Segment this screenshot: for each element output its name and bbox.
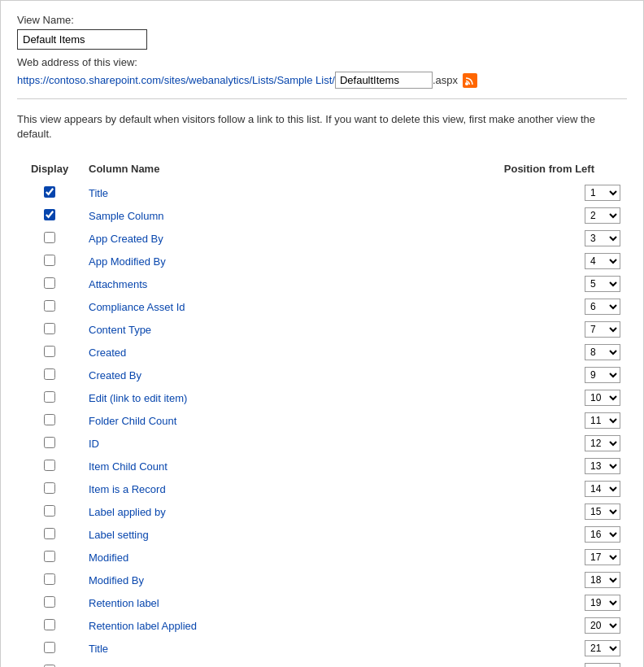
display-checkbox[interactable] [44,619,55,630]
position-cell: 123456789101112131415161718192021222324 [381,409,627,432]
display-cell [17,477,82,500]
display-checkbox[interactable] [44,528,55,539]
display-cell [17,569,82,591]
view-name-input[interactable] [17,29,147,50]
position-cell: 123456789101112131415161718192021222324 [381,500,627,523]
column-name-cell: Created [82,341,381,364]
display-checkbox[interactable] [44,186,55,198]
display-checkbox[interactable] [44,323,55,334]
display-checkbox[interactable] [44,505,55,517]
table-row: Modified12345678910111213141516171819202… [17,546,627,569]
position-cell: 123456789101112131415161718192021222324 [381,660,627,667]
display-checkbox[interactable] [44,460,55,471]
display-checkbox[interactable] [44,255,55,266]
position-cell: 123456789101112131415161718192021222324 [381,295,627,318]
display-checkbox[interactable] [44,346,55,357]
position-select[interactable]: 123456789101112131415161718192021222324 [585,390,620,406]
position-select[interactable]: 123456789101112131415161718192021222324 [585,617,620,634]
display-checkbox[interactable] [44,573,55,585]
header-display: Display [17,158,82,181]
position-select[interactable]: 123456789101112131415161718192021222324 [585,276,620,292]
view-name-label: View Name: [17,14,627,26]
display-checkbox[interactable] [44,551,55,562]
position-cell: 123456789101112131415161718192021222324 [381,546,627,569]
display-cell [17,250,82,272]
position-select[interactable]: 123456789101112131415161718192021222324 [585,253,620,269]
position-cell: 123456789101112131415161718192021222324 [381,591,627,614]
display-checkbox[interactable] [44,642,55,653]
column-name-cell: App Created By [82,227,381,250]
position-select[interactable]: 123456789101112131415161718192021222324 [585,344,620,360]
display-cell [17,409,82,432]
position-select[interactable]: 123456789101112131415161718192021222324 [585,321,620,338]
table-row: Title12345678910111213141516171819202122… [17,181,627,204]
display-cell [17,318,82,341]
position-select[interactable]: 123456789101112131415161718192021222324 [585,207,620,224]
position-select[interactable]: 123456789101112131415161718192021222324 [585,412,620,429]
position-select[interactable]: 123456789101112131415161718192021222324 [585,640,620,656]
position-select[interactable]: 123456789101112131415161718192021222324 [585,663,620,667]
column-name-cell: Retention label Applied [82,614,381,637]
position-cell: 123456789101112131415161718192021222324 [381,272,627,295]
table-row: Title (linked to item)123456789101112131… [17,660,627,667]
position-select[interactable]: 123456789101112131415161718192021222324 [585,367,620,383]
display-cell [17,272,82,295]
display-cell [17,295,82,318]
position-cell: 123456789101112131415161718192021222324 [381,181,627,204]
display-checkbox[interactable] [44,300,55,312]
table-row: Folder Child Count1234567891011121314151… [17,409,627,432]
display-checkbox[interactable] [44,232,55,243]
column-name-cell: Attachments [82,272,381,295]
table-row: Compliance Asset Id123456789101112131415… [17,295,627,318]
column-name-cell: Title [82,637,381,660]
position-cell: 123456789101112131415161718192021222324 [381,569,627,591]
position-cell: 123456789101112131415161718192021222324 [381,637,627,660]
column-name-cell: Created By [82,364,381,386]
display-cell [17,341,82,364]
column-name-cell: Title [82,181,381,204]
position-select[interactable]: 123456789101112131415161718192021222324 [585,549,620,565]
position-select[interactable]: 123456789101112131415161718192021222324 [585,504,620,520]
display-checkbox[interactable] [44,368,55,380]
position-select[interactable]: 123456789101112131415161718192021222324 [585,481,620,497]
column-name-cell: Modified By [82,569,381,591]
position-select[interactable]: 123456789101112131415161718192021222324 [585,230,620,246]
position-cell: 123456789101112131415161718192021222324 [381,614,627,637]
web-address-row: https://contoso.sharepoint.com/sites/web… [17,72,627,89]
position-select[interactable]: 123456789101112131415161718192021222324 [585,595,620,611]
rss-icon[interactable] [463,73,477,88]
position-cell: 123456789101112131415161718192021222324 [381,477,627,500]
info-text: This view appears by default when visito… [17,112,627,142]
table-row: Retention label1234567891011121314151617… [17,591,627,614]
display-checkbox[interactable] [44,596,55,608]
header-position: Position from Left [381,158,627,181]
column-name-cell: ID [82,432,381,455]
web-address-input[interactable] [335,72,433,89]
column-name-cell: Content Type [82,318,381,341]
display-checkbox[interactable] [44,391,55,403]
display-cell [17,546,82,569]
display-cell [17,637,82,660]
column-name-cell: Item Child Count [82,455,381,477]
position-select[interactable]: 123456789101112131415161718192021222324 [585,185,620,201]
svg-point-0 [465,82,468,85]
display-checkbox[interactable] [44,437,55,448]
column-name-cell: Edit (link to edit item) [82,386,381,409]
display-checkbox[interactable] [44,482,55,494]
table-row: App Created By12345678910111213141516171… [17,227,627,250]
position-select[interactable]: 123456789101112131415161718192021222324 [585,572,620,588]
column-name-cell: Sample Column [82,204,381,227]
table-row: Edit (link to edit item)1234567891011121… [17,386,627,409]
position-select[interactable]: 123456789101112131415161718192021222324 [585,458,620,474]
position-select[interactable]: 123456789101112131415161718192021222324 [585,299,620,315]
position-select[interactable]: 123456789101112131415161718192021222324 [585,526,620,543]
display-cell [17,432,82,455]
position-cell: 123456789101112131415161718192021222324 [381,432,627,455]
web-address-label: Web address of this view: [17,56,627,68]
position-cell: 123456789101112131415161718192021222324 [381,364,627,386]
display-checkbox[interactable] [44,277,55,289]
display-checkbox[interactable] [44,209,55,220]
column-name-cell: App Modified By [82,250,381,272]
position-select[interactable]: 123456789101112131415161718192021222324 [585,435,620,451]
display-checkbox[interactable] [44,414,55,425]
